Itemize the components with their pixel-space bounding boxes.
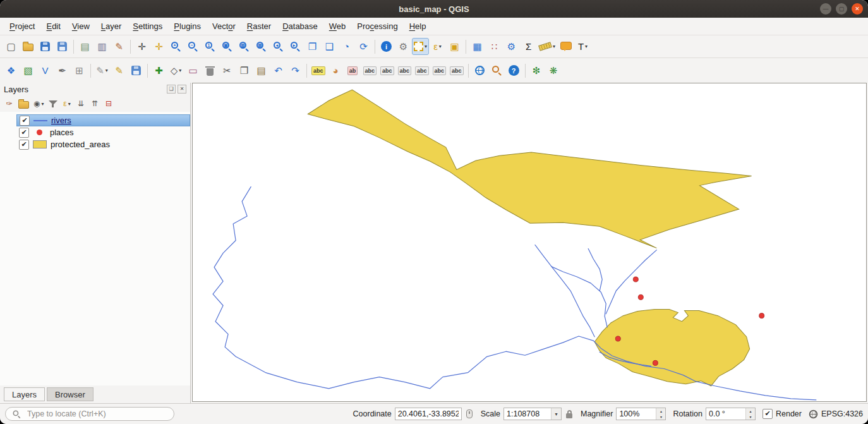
layer-diagram-options-button[interactable]: ◕ [327, 62, 344, 79]
title-bar[interactable]: basic_map - QGIS — ▢ ✕ [0, 0, 868, 18]
open-project-button[interactable] [20, 38, 37, 55]
show-hidden-labels-button[interactable]: abc [396, 62, 414, 79]
map-canvas[interactable] [193, 83, 866, 401]
new-geopackage-layer-button[interactable]: ▧ [20, 62, 37, 79]
move-label-button[interactable]: abc [413, 62, 431, 79]
refresh-map-button[interactable]: ⟳ [355, 38, 372, 55]
layer-labeling-options-button[interactable]: abc [310, 62, 327, 79]
select-by-expression-dropdown-icon[interactable]: ▾ [439, 44, 442, 49]
pan-map-button[interactable]: ✛ [133, 38, 150, 55]
scale-dropdown-icon[interactable]: ▾ [551, 408, 561, 420]
close-panel-button[interactable]: ✕ [178, 85, 186, 94]
zoom-native-button[interactable]: 1 [202, 38, 219, 55]
zoom-next-button[interactable]: ▸ [287, 38, 304, 55]
locate-input[interactable] [26, 409, 168, 419]
render-checkbox[interactable]: ✔ [763, 409, 773, 419]
plugin-tool-1-button[interactable]: ❇ [528, 62, 545, 79]
filter-by-expression-dropdown-icon[interactable]: ▾ [68, 101, 71, 107]
text-annotation-dropdown-icon[interactable]: ▾ [585, 44, 588, 49]
minimize-button[interactable]: — [820, 3, 831, 15]
toggle-extents-button[interactable] [465, 409, 474, 418]
menu-vector[interactable]: Vector [207, 18, 241, 35]
magnifier-input[interactable] [617, 408, 656, 420]
identify-features-button[interactable]: i [378, 38, 395, 55]
rotation-up-button[interactable]: ▴ [746, 408, 755, 414]
scale-combo[interactable]: ▾ [503, 408, 562, 420]
new-3d-map-view-button[interactable]: ❑ [321, 38, 338, 55]
close-button[interactable]: ✕ [852, 3, 863, 15]
locate-box[interactable] [5, 407, 174, 421]
maximize-button[interactable]: ▢ [836, 3, 847, 15]
magnifier-down-button[interactable]: ▾ [656, 414, 665, 420]
zoom-last-button[interactable]: ◂ [270, 38, 287, 55]
menu-view[interactable]: View [66, 18, 95, 35]
coordinate-input[interactable] [395, 408, 462, 420]
zoom-to-selection-button[interactable]: ▨ [236, 38, 253, 55]
filter-legend-button[interactable] [47, 97, 60, 111]
highlight-pinned-labels-button[interactable]: abc [378, 62, 396, 79]
undo-button[interactable]: ↶ [270, 62, 287, 79]
map-area[interactable] [192, 83, 867, 402]
layer-item-protected_areas[interactable]: ✔protected_areas [16, 138, 190, 150]
rotation-spinner[interactable]: ▴ ▾ [706, 408, 756, 420]
web-globe-button[interactable] [471, 62, 488, 79]
panel-tab-layers[interactable]: Layers [4, 387, 45, 401]
new-map-view-button[interactable]: ❐ [304, 38, 321, 55]
zoom-to-layer-button[interactable]: ▤ [253, 38, 270, 55]
filter-by-expression-button[interactable]: ε▾ [61, 97, 74, 111]
menu-raster[interactable]: Raster [241, 18, 277, 35]
collapse-all-button[interactable]: ⇈ [88, 97, 102, 111]
new-spatialite-layer-button[interactable]: ✒ [54, 62, 71, 79]
paste-features-button[interactable]: ▤ [253, 62, 270, 79]
save-layer-edits-button[interactable] [128, 62, 145, 79]
open-layer-styling-button[interactable]: ✑ [3, 97, 16, 111]
menu-web[interactable]: Web [323, 18, 352, 35]
pan-to-selection-button[interactable]: ✛ [150, 38, 167, 55]
toggle-editing-button[interactable]: ✎ [111, 62, 128, 79]
measure-line-dropdown-icon[interactable]: ▾ [553, 44, 555, 49]
vertex-tool-dropdown-icon[interactable]: ▾ [179, 68, 181, 73]
zoom-full-button[interactable]: ▣ [219, 38, 236, 55]
rotation-down-button[interactable]: ▾ [746, 414, 755, 420]
data-source-manager-button[interactable]: ❖ [3, 62, 20, 79]
new-print-layout-button[interactable]: ▤ [76, 38, 93, 55]
modify-attributes-button[interactable]: ▭ [184, 62, 202, 79]
magnifier-spinner[interactable]: ▴ ▾ [616, 408, 666, 420]
new-virtual-layer-button[interactable]: ⊞ [71, 62, 88, 79]
temporal-controller-button[interactable]: ◔ [338, 38, 355, 55]
select-features-button[interactable]: ▾ [412, 38, 429, 55]
save-project-button[interactable] [37, 38, 54, 55]
scale-input[interactable] [504, 408, 551, 420]
measure-line-button[interactable]: ▾ [537, 38, 557, 55]
add-group-button[interactable] [16, 97, 31, 111]
field-calculator-button[interactable]: ∷ [486, 38, 503, 55]
expand-all-button[interactable]: ⇊ [75, 97, 88, 111]
statistical-summary-button[interactable]: Σ [520, 38, 537, 55]
current-edits-dropdown-icon[interactable]: ▾ [105, 68, 108, 73]
remove-layer-button[interactable]: ⊟ [102, 97, 116, 111]
vertex-tool-button[interactable]: ◇▾ [167, 62, 184, 79]
layer-checkbox-protected_areas[interactable]: ✔ [19, 140, 29, 150]
delete-selected-button[interactable] [202, 62, 219, 79]
select-features-dropdown-icon[interactable]: ▾ [425, 44, 427, 49]
menu-database[interactable]: Database [277, 18, 323, 35]
open-attribute-table-button[interactable]: ▦ [469, 38, 486, 55]
layer-checkbox-rivers[interactable]: ✔ [20, 116, 30, 126]
menu-processing[interactable]: Processing [351, 18, 403, 35]
rotate-label-button[interactable]: abc [431, 62, 449, 79]
add-feature-button[interactable]: ✚ [150, 62, 167, 79]
magnifier-up-button[interactable]: ▴ [656, 408, 665, 414]
text-annotation-button[interactable]: T▾ [574, 38, 591, 55]
menu-help[interactable]: Help [404, 18, 432, 35]
labeling-single-button[interactable]: ab [344, 62, 361, 79]
layer-checkbox-places[interactable]: ✔ [19, 128, 29, 138]
show-layout-manager-button[interactable]: ▥ [93, 38, 111, 55]
zoom-in-button[interactable]: + [167, 38, 184, 55]
save-project-as-button[interactable] [54, 38, 71, 55]
pin-labels-button[interactable]: abc [361, 62, 379, 79]
panel-tab-browser[interactable]: Browser [47, 387, 93, 401]
menu-project[interactable]: Project [4, 18, 40, 35]
manage-map-themes-dropdown-icon[interactable]: ▾ [41, 101, 44, 107]
metasearch-button[interactable] [488, 62, 505, 79]
copy-features-button[interactable]: ❐ [236, 62, 253, 79]
